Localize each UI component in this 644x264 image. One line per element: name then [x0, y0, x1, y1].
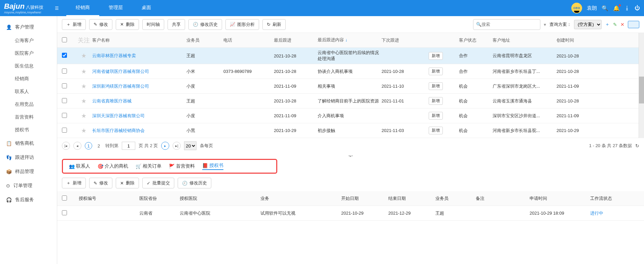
col-last[interactable]: 最后跟进 [274, 37, 318, 43]
pager-last[interactable]: ▸| [173, 142, 181, 150]
scheme-select[interactable]: (空方案) [574, 20, 602, 29]
sub-select-all[interactable] [62, 195, 67, 201]
row-checkbox[interactable] [62, 53, 67, 58]
sidebar-sub-hospital[interactable]: 医院客户 [0, 47, 57, 60]
star-icon[interactable]: ★ [75, 52, 92, 59]
tag-button[interactable]: 新增 [429, 112, 443, 120]
sidebar-sub-doctor[interactable]: 医生信息 [0, 60, 57, 73]
table-row[interactable]: ★云南菲林医疗器械专卖王超2021-10-28云南省中心医院签约后续的情况处理沟… [57, 48, 639, 64]
top-tab-manager[interactable]: 管理层 [99, 0, 132, 16]
scol-remark[interactable]: 备注 [476, 195, 530, 202]
bell-icon[interactable]: 🔔 [613, 5, 620, 11]
scol-no[interactable]: 授权编号 [79, 195, 139, 202]
view-toggle[interactable] [628, 21, 639, 28]
sub-tab-orders[interactable]: 🛒相关订单 [136, 163, 162, 170]
scol-sales[interactable]: 业务员 [435, 195, 476, 202]
sidebar-group-followup[interactable]: 👣跟进拜访 [0, 150, 57, 165]
sidebar-group-opportunity[interactable]: 📋销售商机 [0, 136, 57, 150]
sub-tab-firstrun[interactable]: 🚩首营资料 [169, 163, 195, 170]
history-button[interactable]: 🕘修改历史 [188, 19, 222, 30]
col-phone[interactable]: 电话 [223, 37, 274, 43]
table-row[interactable]: ★云南省真唯医疗器械王超2021-10-28了解经销商目前手上的医院资源2021… [57, 94, 639, 108]
pager-goto-input[interactable] [122, 142, 135, 150]
top-tab-dealer[interactable]: 经销商 [66, 0, 99, 16]
refresh-button[interactable]: ↻刷新 [262, 19, 286, 30]
scol-end[interactable]: 结束日期 [388, 195, 435, 202]
sub-history-button[interactable]: 🕘修改历史 [178, 178, 211, 188]
pager-refresh-icon[interactable]: ↻ [635, 143, 639, 148]
col-star[interactable]: 关注 [75, 36, 92, 44]
sidebar-sub-firstrun[interactable]: 首营资料 [0, 111, 57, 124]
scrollbar-thumb[interactable] [639, 77, 644, 103]
chart-button[interactable]: 📈图形分析 [225, 19, 259, 30]
col-content[interactable]: 最后跟进内容↓ [318, 37, 382, 43]
tag-button[interactable]: 新增 [429, 82, 443, 90]
tag-button[interactable]: 新增 [429, 97, 443, 105]
avatar[interactable]: CEO [571, 3, 582, 13]
row-checkbox[interactable] [62, 69, 67, 74]
sidebar-sub-competitor[interactable]: 在用竞品 [0, 98, 57, 111]
table-row[interactable]: ★河南省健琪医疗器械有限公司小米0373-86907892021-10-28协谈… [57, 64, 639, 79]
top-tab-desktop[interactable]: 桌面 [132, 0, 160, 16]
search-input[interactable] [481, 22, 538, 27]
hamburger-icon[interactable]: ☰ [55, 6, 62, 11]
sidebar-group-sample[interactable]: 📦样品管理 [0, 165, 57, 179]
col-created[interactable]: 创建时间 [557, 37, 600, 43]
logo[interactable]: Bajun 八骏科技 Anyone,Anytime,Anywhere! [4, 2, 43, 14]
sub-tab-opportunity[interactable]: 🎯介入的商机 [98, 163, 128, 170]
scol-flow[interactable]: 工作流状态 [590, 195, 631, 202]
customer-link[interactable]: 深圳新鸿镁医疗器械有限公司 [92, 84, 149, 89]
row-checkbox[interactable] [62, 83, 67, 88]
pager-first[interactable]: |◂ [62, 142, 70, 150]
timeline-button[interactable]: 时间轴 [142, 19, 164, 30]
table-row[interactable]: ★长垣市医疗器械经销商协会小黑2021-10-29初步接触2021-11-03新… [57, 123, 639, 138]
search-box[interactable]: 🔍 [473, 19, 540, 30]
scheme-add-icon[interactable]: ＋ [605, 21, 610, 28]
scol-start[interactable]: 开始日期 [341, 195, 388, 202]
share-button[interactable]: 共享 [168, 19, 185, 30]
filter-icon[interactable]: ▾ [544, 22, 546, 27]
sidebar-sub-contact[interactable]: 联系人 [0, 85, 57, 98]
star-icon[interactable]: ★ [75, 68, 92, 75]
row-checkbox[interactable] [62, 98, 67, 103]
customer-link[interactable]: 云南省真唯医疗器械 [92, 98, 132, 103]
sub-tab-auth[interactable]: 📕授权书 [202, 163, 223, 170]
col-status[interactable]: 客户状态 [459, 37, 493, 43]
delete-button[interactable]: ✕删除 [116, 19, 139, 30]
sub-tab-contacts[interactable]: 👥联系人 [69, 163, 90, 170]
star-icon[interactable]: ★ [75, 97, 92, 105]
customer-link[interactable]: 长垣市医疗器械经销商协会 [92, 128, 145, 133]
star-icon[interactable]: ★ [75, 83, 92, 90]
table-row[interactable]: ★深圳新鸿镁医疗器械有限公司小度2021-11-09相关事项2021-11-10… [57, 79, 639, 94]
scol-apply[interactable]: 申请时间 [530, 195, 590, 202]
search-icon[interactable]: 🔍 [602, 5, 608, 11]
scol-hosp[interactable]: 授权医院 [180, 195, 260, 202]
vertical-scrollbar[interactable] [639, 33, 644, 138]
sub-batch-button[interactable]: ✓批量提交 [142, 178, 174, 188]
sub-edit-button[interactable]: ✎修改 [89, 178, 112, 188]
row-checkbox[interactable] [62, 113, 67, 118]
power-icon[interactable]: ⏻ [635, 5, 640, 11]
workflow-link[interactable]: 进行中 [590, 211, 603, 216]
tag-button[interactable]: 新增 [429, 127, 443, 134]
row-checkbox[interactable] [62, 128, 67, 133]
col-next[interactable]: 下次跟进 [382, 37, 429, 43]
user-name[interactable]: 袁朗 [587, 5, 597, 11]
tag-button[interactable]: 新增 [429, 52, 443, 60]
table-row[interactable]: ★深圳天深医疗器械有限公司小度2021-11-09介入商机事项新增机会深圳市宝安… [57, 108, 639, 123]
edit-button[interactable]: ✎修改 [89, 19, 112, 30]
select-all-checkbox[interactable] [62, 37, 67, 42]
customer-link[interactable]: 河南省健琪医疗器械有限公司 [92, 69, 149, 74]
pager-next[interactable]: ▸ [161, 142, 169, 150]
sidebar-group-order[interactable]: ⊙订单管理 [0, 179, 57, 193]
sidebar-sub-auth[interactable]: 授权书 [0, 124, 57, 136]
pager-size-select[interactable]: 20 [184, 141, 196, 150]
col-sales[interactable]: 业务员 [186, 37, 223, 43]
scheme-del-icon[interactable]: ✕ [620, 22, 624, 27]
scheme-edit-icon[interactable]: ✎ [613, 22, 617, 27]
pager-page-2[interactable]: 2 [96, 143, 102, 148]
col-name[interactable]: 客户名称 [92, 37, 186, 43]
star-icon[interactable]: ★ [75, 112, 92, 120]
sub-table-row[interactable]: 云南省云南省中心医院试用软件可以无视2021-10-292021-12-29王超… [57, 206, 644, 221]
sub-row-checkbox[interactable] [62, 210, 67, 215]
